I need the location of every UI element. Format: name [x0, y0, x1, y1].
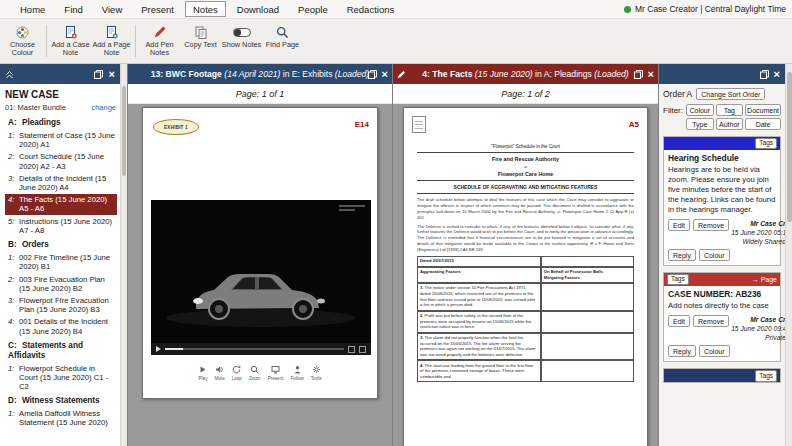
- media-present-control[interactable]: Present: [268, 365, 284, 381]
- index-scrollbar[interactable]: [120, 64, 127, 446]
- bundle-row: 01: Master Bundle change: [5, 103, 116, 112]
- menu-item[interactable]: Redactions: [339, 1, 403, 17]
- notes-scrollbar-thumb[interactable]: [787, 72, 792, 222]
- note-body: Add notes directly to the case: [668, 301, 776, 311]
- media-zoom-control[interactable]: Zoom: [249, 365, 261, 381]
- menu-item[interactable]: Present: [133, 1, 182, 17]
- index-item[interactable]: 4: The Facts (15 June 2020) A5 - A6: [5, 194, 117, 214]
- collapse-all-icon[interactable]: [5, 70, 14, 79]
- filter-label: Filter:: [663, 104, 683, 130]
- go-to-page-link[interactable]: → Page: [752, 276, 777, 283]
- edit-note-button[interactable]: Edit: [668, 219, 690, 231]
- index-item[interactable]: 1: Statement of Case (15 June 2020) A1: [5, 130, 117, 150]
- pane2-title-main: 4: The Facts: [422, 69, 472, 79]
- media-mute-control[interactable]: Mute: [214, 365, 224, 381]
- open-in-new-pane-icon[interactable]: [368, 70, 377, 79]
- pen-note-icon[interactable]: [397, 70, 406, 79]
- index-item[interactable]: 2: Court Schedule (15 June 2020) A2 - A3: [5, 151, 117, 171]
- filter-button[interactable]: Type: [686, 118, 714, 130]
- index-pane-body: NEW CASE 01: Master Bundle change A: Ple…: [0, 84, 120, 446]
- close-pane-icon[interactable]: ×: [382, 69, 388, 80]
- index-item[interactable]: D: Witness Statements: [5, 394, 117, 407]
- index-item[interactable]: 3: Flowerpot FIre Evacuation Plan (15 Ju…: [5, 295, 117, 315]
- note-timestamp: 15 June 2020 05:13 AM: [731, 228, 785, 237]
- index-item[interactable]: 3: Details of the Incident (15 June 2020…: [5, 173, 117, 193]
- show-notes-toggle[interactable]: Show Notes: [221, 21, 262, 61]
- filter-button[interactable]: Document: [745, 104, 781, 116]
- colour-note-button[interactable]: Colour: [699, 345, 730, 357]
- notes-scrollbar[interactable]: [785, 64, 792, 446]
- pane2-title-bundle: in A: Pleadings: [535, 69, 592, 79]
- video-volume-icon[interactable]: [348, 346, 355, 353]
- open-in-new-pane-icon[interactable]: [634, 70, 643, 79]
- video-play-icon[interactable]: [156, 346, 161, 352]
- index-item-label: 002 Fire Timeline (15 June 2020) B1: [19, 253, 110, 271]
- reply-note-button[interactable]: Reply: [668, 345, 696, 357]
- menu-item[interactable]: Download: [229, 1, 287, 17]
- open-in-new-pane-icon[interactable]: [94, 70, 103, 79]
- document-pane-bwc-footage: 13: BWC Footage (14 April 2021) in E: Ex…: [127, 64, 392, 446]
- edit-note-button[interactable]: Edit: [668, 315, 690, 327]
- media-tools-control[interactable]: Tools: [311, 365, 322, 381]
- index-item[interactable]: 5: Instructions (15 June 2020) A7 - A8: [5, 216, 117, 236]
- index-scrollbar-thumb[interactable]: [122, 86, 126, 176]
- aggravating-factor-text: Profit was put before safety, in the sec…: [420, 313, 531, 329]
- add-page-note-button[interactable]: Add a Page Note: [91, 21, 132, 61]
- media-loop-control[interactable]: Loop: [232, 365, 242, 381]
- menu-item[interactable]: Find: [56, 1, 90, 17]
- mitigating-factor-cell: [541, 283, 634, 311]
- colour-note-button[interactable]: Colour: [699, 249, 730, 261]
- filter-button[interactable]: Colour: [686, 104, 714, 116]
- document-thumbnail-icon[interactable]: [412, 116, 426, 133]
- document-viewer[interactable]: A5 "Flowerpot" Schedule in the Court Fir…: [393, 104, 658, 446]
- index-item-label: Flowerpot FIre Evacuation Plan (15 June …: [19, 296, 109, 314]
- case-note-icon: [65, 25, 77, 39]
- media-follow-control[interactable]: Follow: [291, 365, 304, 381]
- video-player[interactable]: [151, 200, 371, 355]
- open-in-new-pane-icon[interactable]: [760, 70, 769, 79]
- index-item[interactable]: 4: 001 Details of the Incident (15 June …: [5, 316, 117, 336]
- change-sort-order-button[interactable]: Change Sort Order: [696, 88, 765, 100]
- tags-button[interactable]: Tags: [755, 138, 777, 150]
- index-item-label: Flowerpot Schedule in Court (15 June 202…: [19, 364, 108, 391]
- document-page: A5 "Flowerpot" Schedule in the Court Fir…: [403, 107, 648, 446]
- index-item[interactable]: 1: 002 Fire Timeline (15 June 2020) B1: [5, 252, 117, 272]
- filter-button[interactable]: Tag: [716, 104, 744, 116]
- reply-note-button[interactable]: Reply: [668, 249, 696, 261]
- remove-note-button[interactable]: Remove: [693, 219, 729, 231]
- tags-button[interactable]: Tags: [667, 274, 689, 286]
- change-bundle-link[interactable]: change: [91, 103, 116, 112]
- doc-header-small: "Flowerpot" Schedule in the Court: [417, 144, 634, 149]
- close-pane-icon[interactable]: ×: [648, 69, 654, 80]
- remove-note-button[interactable]: Remove: [693, 315, 729, 327]
- index-item[interactable]: 1: Flowerpot Schedule in Court (15 June …: [5, 363, 117, 393]
- close-pane-icon[interactable]: ×: [774, 69, 780, 80]
- close-icon[interactable]: ×: [109, 69, 115, 80]
- menu-item[interactable]: People: [290, 1, 336, 17]
- video-fullscreen-icon[interactable]: [359, 346, 366, 353]
- add-case-note-button[interactable]: Add a Case Note: [50, 21, 91, 61]
- menu-item[interactable]: Notes: [185, 1, 226, 17]
- table-row: 2.Profit was put before safety, in the s…: [417, 311, 634, 333]
- choose-colour-button[interactable]: Choose Colour: [2, 21, 43, 61]
- note-card: Tags → Page CASE NUMBER: AB236 Add notes…: [663, 272, 781, 362]
- copy-text-button[interactable]: Copy Text: [180, 21, 221, 61]
- add-pen-notes-button[interactable]: Add Pen Notes: [139, 21, 180, 61]
- index-item[interactable]: 1: Amelia Daffodil Witness Statement (15…: [5, 408, 117, 428]
- index-item[interactable]: A: Pleadings: [5, 116, 117, 129]
- case-title: NEW CASE: [5, 89, 117, 100]
- find-page-button[interactable]: Find Page: [262, 21, 303, 61]
- document-viewer[interactable]: EXHIBIT 1 E14: [128, 104, 392, 446]
- filter-button[interactable]: Author: [716, 118, 744, 130]
- index-item[interactable]: C: Statements and Affidavits: [5, 339, 117, 362]
- menu-item[interactable]: Home: [12, 1, 53, 17]
- menu-item[interactable]: View: [94, 1, 130, 17]
- media-play-control[interactable]: Play: [198, 365, 207, 381]
- video-progress-bar[interactable]: [165, 348, 344, 350]
- filter-button[interactable]: Date: [745, 118, 781, 130]
- row-number: 4.: [420, 363, 424, 368]
- index-item[interactable]: 2: 003 Fire Evacuation Plan (15 June 202…: [5, 274, 117, 294]
- tags-button[interactable]: Tags: [755, 370, 777, 382]
- page-indicator: Page: 1 of 1: [128, 84, 392, 104]
- index-item[interactable]: B: Orders: [5, 238, 117, 251]
